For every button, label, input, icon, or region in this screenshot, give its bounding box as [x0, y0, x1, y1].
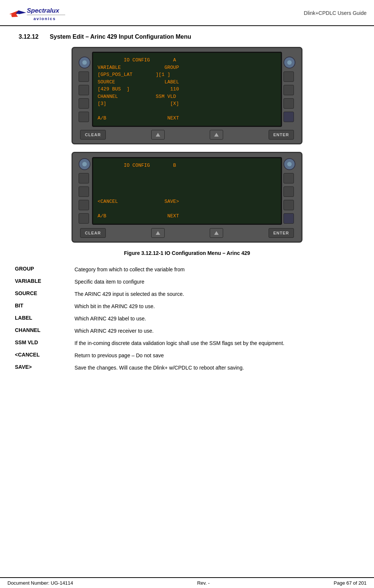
screen-b-line4: [98, 183, 276, 191]
up-btn-b2[interactable]: [210, 228, 223, 238]
desc-def-0: Category from which to collect the varia…: [75, 266, 359, 274]
section-title: System Edit – Arinc 429 Input Configurat…: [50, 33, 191, 40]
desc-term-3: BIT: [15, 303, 75, 309]
desc-def-4: Which ARINC 429 label to use.: [75, 315, 359, 323]
enter-button-b[interactable]: ENTER: [269, 228, 294, 238]
up-btn-a1[interactable]: [151, 130, 165, 140]
desc-row-5: CHANNEL Which ARINC 429 receiver to use.: [15, 325, 359, 337]
right-btn-a4[interactable]: [283, 112, 294, 122]
left-buttons-a: [77, 55, 92, 124]
desc-row-2: SOURCE The ARINC 429 input is selected a…: [15, 288, 359, 300]
left-btn-a3[interactable]: [79, 98, 89, 109]
right-round-btn-b[interactable]: [283, 158, 295, 170]
left-round-btn-a[interactable]: [79, 57, 91, 68]
page-header: Spectralux avionics Dlink+CPDLC Users Gu…: [0, 0, 374, 26]
logo-area: Spectralux avionics: [7, 4, 67, 22]
screen-a-line8: [98, 108, 276, 115]
desc-row-7: <CANCEL Return to previous page – Do not…: [15, 349, 359, 362]
desc-row-4: LABEL Which ARINC 429 label to use.: [15, 313, 359, 325]
right-btn-a1[interactable]: [283, 71, 294, 82]
bottom-buttons-a: CLEAR ENTER: [77, 130, 297, 140]
desc-row-3: BIT Which bit in the ARINC 429 to use.: [15, 300, 359, 313]
desc-term-0: GROUP: [15, 266, 75, 272]
section-header: 3.12.12 System Edit – Arinc 429 Input Co…: [19, 33, 359, 40]
screen-b-line3: [98, 176, 276, 184]
screen-b: IO CONFIG B <CANCEL SAVE> A/B NEXT: [92, 157, 282, 225]
left-round-btn-b[interactable]: [79, 158, 91, 170]
right-buttons-b: [282, 157, 297, 225]
desc-def-5: Which ARINC 429 receiver to use.: [75, 327, 359, 335]
left-btn-a4[interactable]: [79, 112, 89, 122]
desc-row-6: SSM VLD If the in-coming discrete data v…: [15, 337, 359, 349]
right-round-btn-a[interactable]: [283, 57, 295, 68]
right-btn-b4[interactable]: [283, 213, 294, 224]
left-btn-b3[interactable]: [79, 200, 89, 210]
revision: Rev. -: [197, 580, 210, 586]
screen-row-a: IO CONFIG A VARIABLE GROUP [GPS_POS_LAT …: [77, 52, 297, 127]
svg-text:Spectralux: Spectralux: [27, 7, 60, 14]
desc-def-8: Save the changes. Will cause the Dlink+ …: [75, 364, 359, 372]
right-buttons-a: [282, 55, 297, 124]
left-btn-b2[interactable]: [79, 186, 89, 197]
enter-button-a[interactable]: ENTER: [269, 130, 294, 140]
page-footer: Document Number: UG-14114 Rev. - Page 67…: [0, 577, 374, 588]
left-btn-a2[interactable]: [79, 85, 89, 95]
right-btn-b3[interactable]: [283, 200, 294, 210]
screen-a-line7: [3] [X]: [98, 100, 276, 108]
screen-a: IO CONFIG A VARIABLE GROUP [GPS_POS_LAT …: [92, 52, 282, 127]
device-panel-a: IO CONFIG A VARIABLE GROUP [GPS_POS_LAT …: [72, 47, 302, 144]
clear-button-b[interactable]: CLEAR: [80, 228, 106, 238]
svg-marker-2: [16, 10, 26, 14]
document-title: Dlink+CPDLC Users Guide: [304, 10, 367, 16]
right-btn-b1[interactable]: [283, 173, 294, 183]
desc-term-2: SOURCE: [15, 290, 75, 296]
left-btn-a1[interactable]: [79, 71, 89, 82]
description-table: GROUP Category from which to collect the…: [15, 263, 359, 374]
device-panel-b: IO CONFIG B <CANCEL SAVE> A/B NEXT: [72, 152, 302, 243]
screen-b-line7: [98, 205, 276, 213]
screen-b-line8: A/B NEXT: [98, 212, 276, 220]
screen-b-line2: [98, 169, 276, 176]
desc-term-8: SAVE>: [15, 364, 75, 370]
screen-b-line6: <CANCEL SAVE>: [98, 198, 276, 205]
svg-text:avionics: avionics: [34, 16, 56, 21]
right-btn-a3[interactable]: [283, 98, 294, 109]
screen-row-b: IO CONFIG B <CANCEL SAVE> A/B NEXT: [77, 157, 297, 225]
desc-def-1: Specific data item to configure: [75, 278, 359, 286]
figure-caption: Figure 3.12.12-1 IO Configuration Menu –…: [72, 250, 302, 256]
screen-a-line4: SOURCE LABEL: [98, 79, 276, 86]
desc-term-7: <CANCEL: [15, 352, 75, 358]
right-btn-b2[interactable]: [283, 186, 294, 197]
clear-button-a[interactable]: CLEAR: [80, 130, 106, 140]
desc-row-0: GROUP Category from which to collect the…: [15, 263, 359, 276]
screen-b-line5: [98, 191, 276, 198]
left-btn-b4[interactable]: [79, 213, 89, 224]
screen-b-line1: IO CONFIG B: [98, 162, 276, 169]
screen-a-line5: [429 BUS ] 110: [98, 86, 276, 93]
desc-def-6: If the in-coming discrete data validatio…: [75, 339, 359, 347]
left-buttons-b: [77, 157, 92, 225]
bottom-buttons-b: CLEAR ENTER: [77, 228, 297, 238]
desc-row-8: SAVE> Save the changes. Will cause the D…: [15, 362, 359, 374]
main-content: 3.12.12 System Edit – Arinc 429 Input Co…: [0, 26, 374, 381]
doc-number: Document Number: UG-14114: [7, 580, 73, 586]
company-logo: Spectralux avionics: [7, 4, 67, 22]
desc-term-6: SSM VLD: [15, 339, 75, 345]
desc-def-2: The ARINC 429 input is selected as the s…: [75, 290, 359, 298]
desc-term-1: VARIABLE: [15, 278, 75, 284]
up-btn-a2[interactable]: [210, 130, 223, 140]
screen-a-line2: VARIABLE GROUP: [98, 64, 276, 71]
desc-term-5: CHANNEL: [15, 327, 75, 333]
desc-row-1: VARIABLE Specific data item to configure: [15, 276, 359, 288]
screen-a-line3: [GPS_POS_LAT ][1 ]: [98, 71, 276, 79]
screen-a-line6: CHANNEL SSM VLD: [98, 93, 276, 100]
screen-a-line1: IO CONFIG A: [98, 57, 276, 64]
desc-def-3: Which bit in the ARINC 429 to use.: [75, 303, 359, 310]
screen-a-line9: A/B NEXT: [98, 115, 276, 122]
desc-term-4: LABEL: [15, 315, 75, 321]
page-number: Page 67 of 201: [334, 580, 367, 586]
section-number: 3.12.12: [19, 33, 38, 40]
left-btn-b1[interactable]: [79, 173, 89, 183]
right-btn-a2[interactable]: [283, 85, 294, 95]
up-btn-b1[interactable]: [151, 228, 165, 238]
